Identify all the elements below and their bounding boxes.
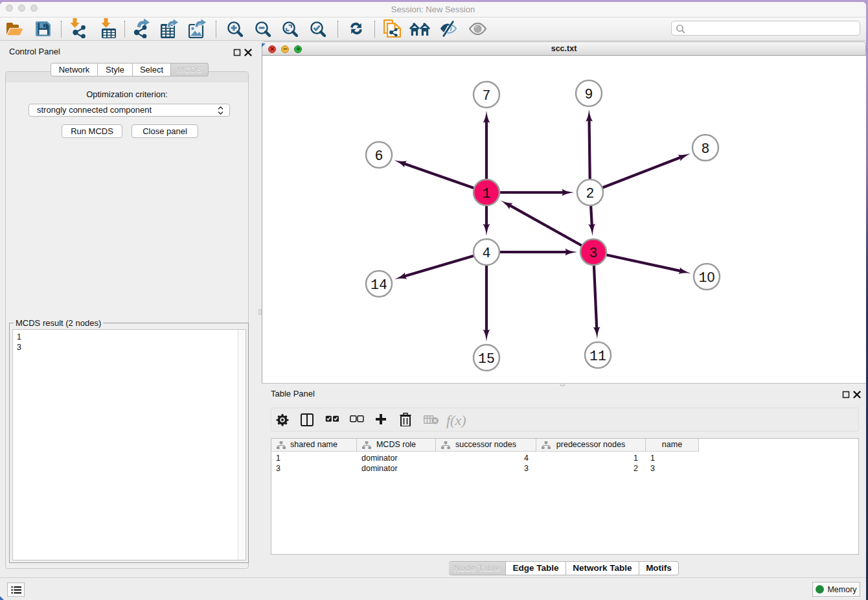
svg-text:8: 8 [702,141,710,157]
svg-text:15: 15 [478,351,495,367]
svg-text:7: 7 [483,88,491,104]
svg-text:2: 2 [586,186,595,202]
svg-text:6: 6 [375,148,383,164]
svg-text:4: 4 [483,246,491,261]
svg-text:11: 11 [589,349,606,364]
svg-text:9: 9 [585,87,593,102]
svg-text:3: 3 [589,246,598,261]
svg-text:10: 10 [699,270,715,286]
svg-text:1: 1 [483,186,491,202]
svg-text:14: 14 [371,277,387,293]
